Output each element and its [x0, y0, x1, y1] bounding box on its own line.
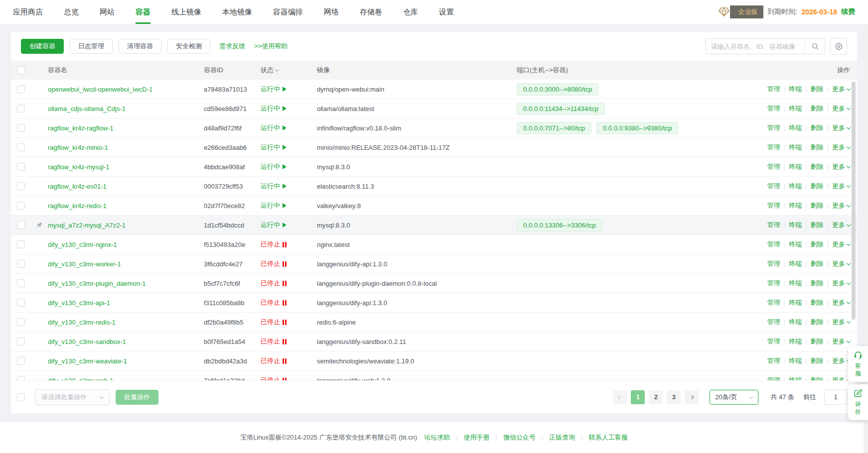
action-manage[interactable]: 管理 [767, 376, 780, 380]
container-name-link[interactable]: dify_v130_c3mr-weaviate-1 [48, 357, 127, 365]
row-checkbox[interactable] [17, 182, 25, 190]
action-manage[interactable]: 管理 [767, 318, 780, 326]
security-check-button[interactable]: 安全检测 [167, 39, 210, 54]
action-terminal[interactable]: 终端 [789, 357, 802, 364]
row-checkbox[interactable] [17, 124, 25, 132]
row-checkbox[interactable] [17, 202, 25, 210]
prev-page-button[interactable] [613, 390, 627, 404]
action-manage[interactable]: 管理 [767, 124, 780, 131]
action-terminal[interactable]: 终端 [789, 202, 802, 209]
action-delete[interactable]: 删除 [811, 202, 824, 209]
action-delete[interactable]: 删除 [811, 240, 824, 248]
action-delete[interactable]: 删除 [811, 182, 824, 190]
container-name-link[interactable]: ollama_cdjs-ollama_Cdjs-1 [48, 105, 126, 113]
action-delete[interactable]: 删除 [811, 376, 824, 380]
gear-icon[interactable] [830, 38, 847, 55]
clean-container-button[interactable]: 清理容器 [119, 39, 161, 54]
status-running[interactable]: 运行中 [261, 201, 287, 210]
footer-link-1[interactable]: 使用手册 [464, 433, 490, 442]
log-manage-button[interactable]: 日志管理 [70, 39, 113, 54]
action-manage[interactable]: 管理 [767, 85, 780, 93]
feedback-widget[interactable]: 评价 [848, 384, 868, 420]
nav-item-10[interactable]: 设置 [439, 0, 454, 24]
action-terminal[interactable]: 终端 [789, 260, 802, 267]
nav-item-7[interactable]: 网络 [324, 0, 339, 24]
status-running[interactable]: 运行中 [261, 143, 287, 152]
search-icon[interactable] [805, 39, 825, 54]
action-delete[interactable]: 删除 [811, 357, 824, 364]
container-name-link[interactable]: dify_v130_c3mr-web-1 [48, 377, 114, 381]
action-manage[interactable]: 管理 [767, 260, 780, 267]
container-name-link[interactable]: ragflow_kr4z-ragflow-1 [48, 124, 114, 132]
action-more[interactable]: 更多 [832, 299, 850, 306]
container-name-link[interactable]: ragflow_kr4z-minio-1 [48, 144, 108, 151]
action-more[interactable]: 更多 [832, 318, 850, 326]
row-checkbox[interactable] [17, 338, 25, 345]
action-delete[interactable]: 删除 [811, 318, 824, 326]
action-terminal[interactable]: 终端 [789, 279, 802, 287]
action-terminal[interactable]: 终端 [789, 85, 802, 93]
row-checkbox[interactable] [17, 318, 25, 326]
goto-page-input[interactable] [824, 390, 847, 405]
action-manage[interactable]: 管理 [767, 299, 780, 306]
action-manage[interactable]: 管理 [767, 279, 780, 287]
nav-item-0[interactable]: 应用商店 [13, 0, 43, 24]
help-link[interactable]: >>使用帮助 [254, 42, 288, 51]
action-more[interactable]: 更多 [832, 376, 850, 380]
container-name-link[interactable]: dify_v130_c3mr-worker-1 [48, 260, 121, 268]
status-stopped[interactable]: 已停止 [261, 259, 287, 268]
action-terminal[interactable]: 终端 [789, 124, 802, 131]
action-more[interactable]: 更多 [832, 279, 850, 287]
container-name-link[interactable]: ragflow_kr4z-redis-1 [48, 202, 107, 210]
row-checkbox[interactable] [17, 357, 25, 365]
nav-item-5[interactable]: 本地镜像 [222, 0, 252, 24]
container-name-link[interactable]: dify_v130_c3mr-redis-1 [48, 319, 116, 326]
batch-operation-select[interactable]: 请选择批量操作 [35, 389, 110, 405]
action-more[interactable]: 更多 [832, 163, 850, 170]
create-container-button[interactable]: 创建容器 [21, 39, 64, 54]
action-manage[interactable]: 管理 [767, 240, 780, 248]
action-more[interactable]: 更多 [832, 240, 850, 248]
nav-item-9[interactable]: 仓库 [403, 0, 418, 24]
action-terminal[interactable]: 终端 [789, 376, 802, 380]
container-name-link[interactable]: mysql_a7z2-mysql_A7z2-1 [48, 222, 126, 229]
action-terminal[interactable]: 终端 [789, 338, 802, 345]
action-more[interactable]: 更多 [832, 182, 850, 190]
status-stopped[interactable]: 已停止 [261, 240, 287, 249]
action-more[interactable]: 更多 [832, 221, 850, 228]
row-checkbox[interactable] [17, 221, 25, 229]
action-terminal[interactable]: 终端 [789, 105, 802, 112]
action-more[interactable]: 更多 [832, 338, 850, 345]
row-checkbox[interactable] [17, 299, 25, 307]
search-input[interactable] [706, 43, 805, 50]
action-delete[interactable]: 删除 [811, 279, 824, 287]
action-delete[interactable]: 删除 [811, 299, 824, 306]
action-more[interactable]: 更多 [832, 124, 850, 131]
action-more[interactable]: 更多 [832, 143, 850, 151]
action-terminal[interactable]: 终端 [789, 299, 802, 306]
port-badge[interactable]: 0.0.0.0:3000-->8080/tcp [517, 83, 598, 96]
status-running[interactable]: 运行中 [261, 162, 287, 171]
footer-link-2[interactable]: 微信公众号 [503, 433, 536, 442]
action-manage[interactable]: 管理 [767, 163, 780, 170]
page-button-2[interactable]: 2 [649, 390, 663, 404]
nav-item-8[interactable]: 存储卷 [360, 0, 382, 24]
action-more[interactable]: 更多 [832, 202, 850, 209]
row-checkbox[interactable] [17, 85, 25, 93]
header-status[interactable]: 状态 [261, 66, 317, 75]
status-stopped[interactable]: 已停止 [261, 337, 287, 346]
action-manage[interactable]: 管理 [767, 105, 780, 112]
row-checkbox[interactable] [17, 105, 25, 113]
status-stopped[interactable]: 已停止 [261, 279, 287, 288]
footer-link-3[interactable]: 正版查询 [549, 433, 575, 442]
status-running[interactable]: 运行中 [261, 182, 287, 191]
action-manage[interactable]: 管理 [767, 202, 780, 209]
action-delete[interactable]: 删除 [811, 163, 824, 170]
container-name-link[interactable]: openwebui_iwcd-openwebui_iwcD-1 [48, 86, 152, 93]
container-name-link[interactable]: dify_v130_c3mr-plugin_daemon-1 [48, 280, 146, 287]
table-scrollbar[interactable] [852, 82, 856, 320]
renew-link[interactable]: 续费 [841, 7, 855, 16]
action-manage[interactable]: 管理 [767, 143, 780, 151]
port-badge[interactable]: 0.0.0.0:7071-->80/tcp [517, 122, 591, 134]
action-manage[interactable]: 管理 [767, 357, 780, 364]
